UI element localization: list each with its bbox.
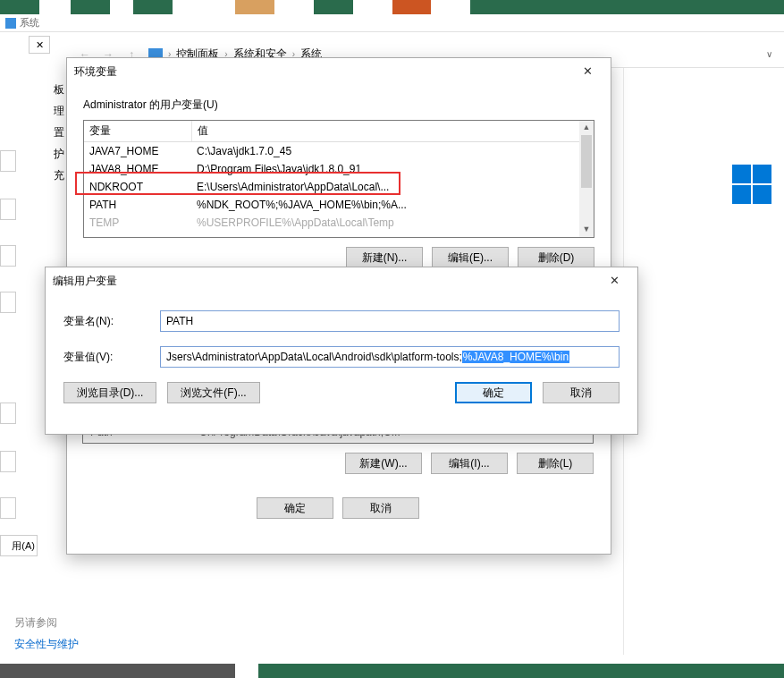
taskbar-thumbnails bbox=[0, 0, 784, 14]
user-vars-listbox[interactable]: 变量 值 JAVA7_HOMEC:\Java\jdk1.7.0_45 JAVA8… bbox=[83, 120, 594, 238]
security-maintenance-link[interactable]: 安全性与维护 bbox=[14, 637, 79, 652]
bottom-thumbnail-strip bbox=[0, 664, 784, 678]
fragment-button[interactable] bbox=[0, 245, 16, 267]
edit-button[interactable]: 编辑(E)... bbox=[432, 247, 509, 268]
dialog-title-text: 编辑用户变量 bbox=[53, 274, 117, 289]
ok-button[interactable]: 确定 bbox=[455, 382, 532, 403]
left-sidebar-fragment: 板 理 置 护 充 bbox=[54, 79, 63, 186]
scroll-up-icon[interactable]: ▲ bbox=[579, 121, 594, 135]
table-row[interactable]: JAVA7_HOMEC:\Java\jdk1.7.0_45 bbox=[84, 142, 594, 161]
delete-button-sys[interactable]: 删除(L) bbox=[517, 453, 594, 474]
table-row[interactable]: NDKROOTE:\Users\Administrator\AppData\Lo… bbox=[84, 178, 594, 196]
dialog-titlebar: 环境变量 ✕ bbox=[67, 58, 611, 85]
dialog-titlebar: 编辑用户变量 ✕ bbox=[46, 267, 637, 294]
fragment-button[interactable] bbox=[0, 497, 16, 519]
column-header-value[interactable]: 值 bbox=[191, 121, 594, 142]
see-also-label: 另请参阅 bbox=[14, 615, 57, 631]
column-header-variable[interactable]: 变量 bbox=[84, 121, 191, 142]
var-value-label: 变量值(V): bbox=[63, 350, 160, 365]
system-icon bbox=[5, 18, 16, 29]
new-button[interactable]: 新建(N)... bbox=[346, 247, 423, 268]
table-row[interactable]: TEMP%USERPROFILE%\AppData\Local\Temp bbox=[84, 214, 594, 232]
fragment-button[interactable] bbox=[0, 403, 16, 424]
scrollbar[interactable]: ▲ ▼ bbox=[579, 121, 594, 237]
close-icon[interactable]: ✕ bbox=[571, 59, 603, 84]
close-icon[interactable]: ✕ bbox=[598, 268, 630, 293]
new-button-sys[interactable]: 新建(W)... bbox=[345, 453, 422, 474]
close-button-small[interactable]: ✕ bbox=[29, 36, 50, 54]
fragment-button[interactable] bbox=[0, 150, 16, 172]
address-dropdown[interactable]: ∨ bbox=[759, 45, 779, 64]
apply-button-fragment[interactable]: 用(A) bbox=[0, 535, 38, 556]
var-name-label: 变量名(N): bbox=[63, 314, 160, 329]
selected-text: %JAVA8_HOME%\bin bbox=[462, 351, 569, 363]
fragment-button[interactable] bbox=[0, 451, 16, 472]
system-vars-area: PathC:\ProgramData\Oracle\Java\javapath;… bbox=[82, 420, 594, 519]
fragment-button[interactable] bbox=[0, 292, 16, 313]
dialog-title-text: 环境变量 bbox=[74, 64, 117, 80]
edit-user-var-dialog: 编辑用户变量 ✕ 变量名(N): PATH 变量值(V): Jsers\Admi… bbox=[45, 267, 638, 435]
window-titlebar: 系统 bbox=[0, 14, 784, 32]
scroll-thumb[interactable] bbox=[581, 135, 592, 188]
cancel-button[interactable]: 取消 bbox=[342, 497, 419, 519]
window-title: 系统 bbox=[20, 16, 39, 30]
var-name-input[interactable]: PATH bbox=[160, 310, 620, 332]
edit-button-sys[interactable]: 编辑(I)... bbox=[431, 453, 508, 474]
table-row[interactable]: JAVA8_HOMED:\Program Files\Java\jdk1.8.0… bbox=[84, 160, 594, 178]
fragment-button[interactable] bbox=[0, 199, 16, 220]
var-value-input[interactable]: Jsers\Administrator\AppData\Local\Androi… bbox=[160, 346, 620, 368]
ok-button[interactable]: 确定 bbox=[257, 497, 333, 519]
windows-logo-icon bbox=[732, 165, 771, 204]
browse-dir-button[interactable]: 浏览目录(D)... bbox=[63, 382, 156, 403]
scroll-down-icon[interactable]: ▼ bbox=[579, 223, 594, 237]
cancel-button[interactable]: 取消 bbox=[543, 382, 620, 403]
browse-file-button[interactable]: 浏览文件(F)... bbox=[167, 382, 260, 403]
user-vars-label: Administrator 的用户变量(U) bbox=[83, 97, 594, 113]
delete-button[interactable]: 删除(D) bbox=[518, 247, 594, 268]
table-row[interactable]: PATH%NDK_ROOT%;%JAVA_HOME%\bin;%A... bbox=[84, 196, 594, 214]
